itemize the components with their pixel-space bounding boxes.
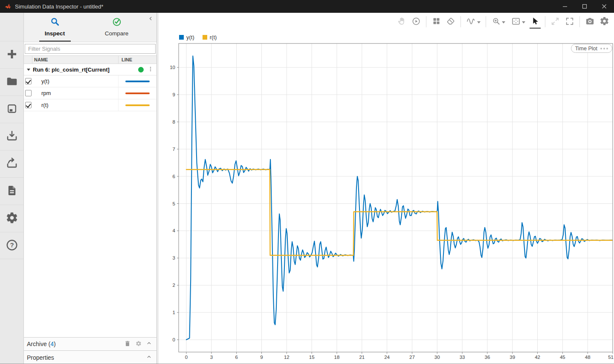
- report-icon: [6, 185, 18, 198]
- select-cursor-button[interactable]: [528, 14, 542, 29]
- signal-display-button[interactable]: [463, 14, 483, 29]
- fit-to-view-icon: [511, 16, 521, 28]
- legend-label: r(t): [210, 34, 217, 40]
- legend-swatch: [203, 35, 207, 40]
- svg-text:8: 8: [173, 119, 175, 124]
- signal-name: rpm: [32, 90, 118, 96]
- replay-button[interactable]: [409, 14, 423, 29]
- hand-icon: [397, 17, 406, 27]
- svg-text:30: 30: [434, 355, 440, 360]
- signal-table-header: NAME LINE: [24, 55, 156, 64]
- signal-checkbox[interactable]: [25, 90, 32, 96]
- header-line-column: LINE: [118, 56, 156, 64]
- report-button[interactable]: [0, 177, 23, 205]
- properties-section-header[interactable]: Properties: [24, 350, 156, 364]
- archive-count: 4: [50, 341, 54, 347]
- run-label: Run 6: plc_cosim_rt[Current]: [33, 66, 110, 73]
- snapshot-button[interactable]: [582, 14, 597, 29]
- add-button[interactable]: [0, 41, 23, 68]
- svg-text:18: 18: [334, 355, 340, 360]
- plot-settings-button[interactable]: [597, 14, 611, 29]
- close-button[interactable]: [594, 0, 614, 13]
- grid-layout-icon: [432, 17, 441, 27]
- fullscreen-button[interactable]: [562, 14, 577, 29]
- trash-icon[interactable]: [124, 340, 131, 348]
- signal-row[interactable]: rpm: [24, 87, 156, 99]
- svg-text:2: 2: [173, 283, 175, 288]
- svg-text:27: 27: [409, 355, 415, 360]
- svg-text:45: 45: [560, 355, 565, 360]
- play-circle-icon: [411, 17, 421, 27]
- expander-caret-icon: [27, 69, 30, 71]
- svg-text:6: 6: [235, 355, 237, 360]
- svg-text:?: ?: [10, 241, 14, 248]
- import-button[interactable]: [0, 123, 23, 150]
- window-title: Simulation Data Inspector - untitled*: [15, 3, 103, 10]
- svg-text:42: 42: [535, 355, 540, 360]
- minimize-button[interactable]: [555, 0, 575, 13]
- signal-checkbox-cell: [24, 78, 32, 84]
- signal-line-cell: [118, 99, 156, 111]
- pan-hand-button[interactable]: [394, 14, 409, 29]
- run-group-row[interactable]: Run 6: plc_cosim_rt[Current]: [24, 64, 156, 75]
- signal-checkbox[interactable]: [25, 102, 32, 108]
- fit-to-view-button[interactable]: [508, 14, 528, 29]
- maximize-button[interactable]: [575, 0, 594, 13]
- svg-text:9: 9: [260, 355, 263, 360]
- open-button[interactable]: [0, 68, 23, 95]
- signal-checkbox[interactable]: [25, 78, 32, 84]
- svg-text:9: 9: [173, 92, 175, 97]
- signal-name: r(t): [32, 102, 118, 108]
- tab-inspect[interactable]: Inspect: [24, 13, 86, 42]
- chevron-down-icon: [502, 19, 505, 25]
- check-circle-icon: [112, 17, 122, 28]
- archive-settings-gear-icon[interactable]: [136, 341, 142, 348]
- signal-line-cell: [118, 87, 156, 99]
- help-button[interactable]: ?: [0, 232, 23, 259]
- chevron-down-icon: [477, 19, 481, 25]
- tab-compare[interactable]: Compare: [86, 13, 148, 42]
- archive-section-header[interactable]: Archive (4): [24, 337, 156, 350]
- signal-row[interactable]: r(t): [24, 99, 156, 111]
- export-button[interactable]: [0, 150, 23, 177]
- signals-panel: Inspect Compare NAME LINE R: [24, 13, 157, 364]
- svg-text:48: 48: [585, 355, 591, 360]
- svg-text:7: 7: [173, 147, 175, 152]
- toolbar-divider: [426, 16, 426, 27]
- properties-collapse-chevron-icon[interactable]: [146, 354, 152, 361]
- zoom-button[interactable]: [489, 14, 508, 29]
- subplot-layout-button[interactable]: [429, 14, 443, 29]
- svg-text:21: 21: [359, 355, 365, 360]
- tab-inspect-label: Inspect: [45, 30, 65, 37]
- toolbar-divider: [545, 16, 545, 27]
- svg-text:4: 4: [173, 228, 176, 233]
- svg-text:12: 12: [284, 355, 290, 360]
- filter-signals-input[interactable]: [25, 44, 156, 54]
- signal-row[interactable]: y(t): [24, 75, 156, 87]
- cursor-arrow-icon: [530, 17, 540, 27]
- save-button[interactable]: [0, 95, 23, 123]
- expand-plot-button[interactable]: [548, 14, 562, 29]
- svg-text:0: 0: [173, 337, 175, 342]
- clear-plots-button[interactable]: [443, 14, 458, 29]
- signal-line-swatch: [125, 92, 150, 94]
- tab-compare-label: Compare: [105, 30, 129, 37]
- preferences-button[interactable]: [0, 205, 23, 232]
- archive-collapse-chevron-icon[interactable]: [146, 341, 152, 347]
- toolbar-divider: [460, 16, 461, 27]
- collapse-panel-button[interactable]: [147, 15, 154, 23]
- signal-line-swatch: [125, 81, 150, 82]
- kebab-menu-icon[interactable]: [148, 66, 154, 74]
- archive-label: Archive (4): [26, 341, 56, 347]
- eraser-icon: [446, 17, 455, 27]
- signal-list: y(t)rpmr(t): [24, 75, 156, 111]
- header-name-column: NAME: [32, 57, 118, 62]
- svg-text:24: 24: [384, 355, 390, 360]
- save-icon: [6, 103, 18, 116]
- import-icon: [6, 130, 18, 144]
- export-icon: [6, 157, 18, 171]
- time-plot-badge[interactable]: Time Plot: [571, 44, 612, 53]
- legend-label: y(t): [186, 34, 194, 40]
- title-bar: Simulation Data Inspector - untitled*: [0, 0, 614, 13]
- time-plot-canvas[interactable]: 0369121518212427303336394245485101234567…: [159, 31, 614, 364]
